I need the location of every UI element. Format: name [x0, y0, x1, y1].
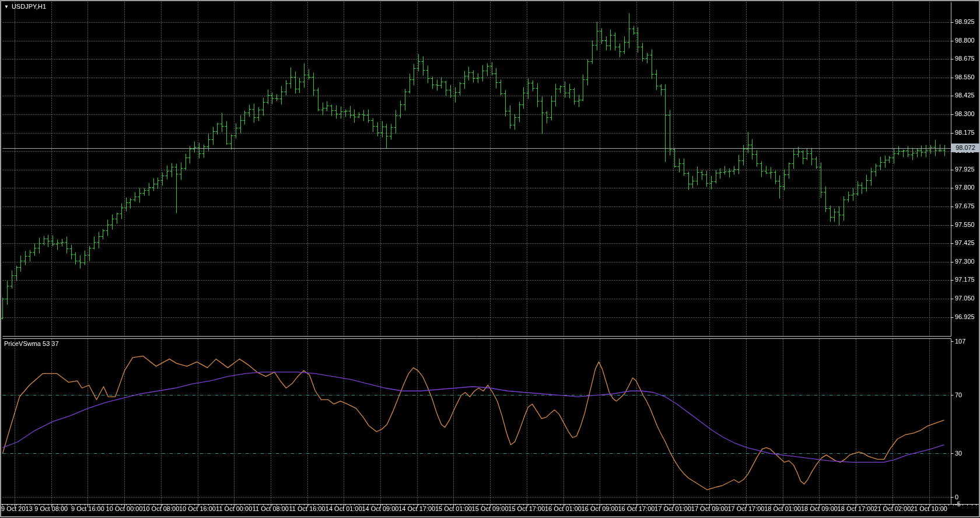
price-tick-label: 97.050 — [955, 295, 975, 302]
price-tick-label: 98.550 — [955, 74, 975, 81]
symbol-text: USDJPY,H1 — [12, 3, 46, 10]
time-axis[interactable]: 9 Oct 20139 Oct 08:009 Oct 16:0010 Oct 0… — [0, 505, 980, 516]
current-price-box: 98.072 — [951, 144, 980, 152]
price-tick-label: 98.925 — [955, 18, 975, 26]
price-tick-label: 98.675 — [955, 55, 975, 62]
chart-window: ▼USDJPY,H1 PriceVSwma 53 37 98.92598.800… — [0, 0, 980, 518]
price-tick-label: 98.175 — [955, 129, 975, 136]
price-axis[interactable]: 98.92598.80098.67598.55098.42598.30098.1… — [953, 0, 980, 336]
indicator-tick-label: 70 — [955, 391, 962, 399]
indicator-tick-label: 0 — [955, 494, 958, 501]
price-tick-label: 97.425 — [955, 239, 975, 247]
time-axis-label: 21 Oct 10:00 — [905, 505, 954, 513]
price-tick-label: 98.800 — [955, 37, 975, 44]
price-tick-label: 96.925 — [955, 313, 975, 321]
chart-canvas[interactable] — [0, 0, 980, 518]
price-tick-label: 97.675 — [955, 202, 975, 210]
indicator-axis[interactable]: 10770300-5 — [953, 336, 980, 505]
price-tick-label: 97.550 — [955, 221, 975, 229]
indicator-tick-label: 107 — [955, 338, 965, 345]
price-tick-label: 98.425 — [955, 92, 975, 99]
price-tick-label: 97.300 — [955, 258, 975, 265]
indicator-name-label: PriceVSwma 53 37 — [4, 340, 59, 348]
price-tick-label: 97.800 — [955, 184, 975, 191]
price-tick-label: 97.925 — [955, 166, 975, 173]
price-tick-label: 97.175 — [955, 276, 975, 284]
symbol-label: ▼USDJPY,H1 — [4, 3, 46, 11]
indicator-tick-label: 30 — [955, 450, 962, 457]
dropdown-icon: ▼ — [4, 4, 9, 9]
price-tick-label: 98.300 — [955, 110, 975, 118]
